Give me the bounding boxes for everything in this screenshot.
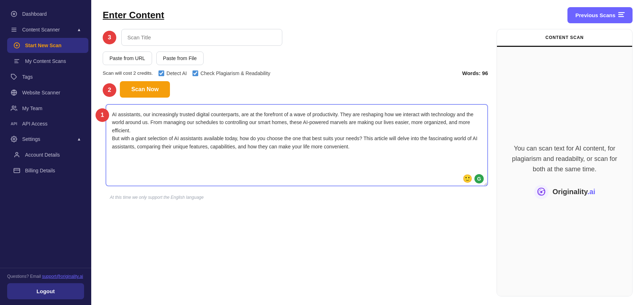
lang-note: At this time we only support the English… (110, 195, 488, 200)
settings-icon (10, 136, 18, 142)
api-access-label: API Access (22, 121, 48, 127)
sidebar-item-start-new-scan[interactable]: Start New Scan (7, 38, 88, 53)
sidebar-item-tags[interactable]: Tags (3, 69, 88, 84)
dashboard-icon (10, 11, 18, 17)
right-panel: CONTENT SCAN You can scan text for AI co… (497, 29, 633, 296)
step2-badge: 2 (103, 83, 116, 97)
emoji-icon[interactable]: 🙂 (463, 174, 472, 183)
sidebar-item-api-access[interactable]: API API Access (3, 117, 88, 131)
svg-point-23 (540, 191, 542, 193)
step2-wrapper: 2 Scan Now (103, 81, 170, 98)
account-details-label: Account Details (25, 152, 60, 158)
plagiarism-label[interactable]: Check Plagiarism & Readability (192, 70, 270, 76)
website-scanner-icon (10, 89, 18, 96)
svg-point-0 (11, 11, 17, 17)
api-access-icon: API (10, 122, 18, 126)
step3-badge: 3 (103, 31, 116, 44)
page-title: Enter Content (103, 10, 164, 21)
sidebar-item-my-content-scans[interactable]: My Content Scans (7, 54, 88, 69)
scan-now-button[interactable]: Scan Now (120, 81, 170, 98)
logout-button[interactable]: Logout (7, 283, 84, 299)
support-text: Questions? Email support@originality.ai (7, 274, 84, 279)
detect-ai-checkbox[interactable] (158, 70, 164, 76)
svg-rect-19 (618, 12, 625, 13)
plagiarism-checkbox[interactable] (192, 70, 198, 76)
content-scanner-label: Content Scanner (22, 27, 73, 33)
detect-ai-label[interactable]: Detect AI (158, 70, 187, 76)
textarea-icons: 🙂 G (463, 174, 484, 183)
billing-details-label: Billing Details (25, 168, 55, 173)
scan-title-input[interactable] (121, 29, 282, 46)
sidebar-item-billing-details[interactable]: Billing Details (7, 163, 88, 178)
settings-chevron: ▲ (77, 137, 81, 142)
main-header: Enter Content Previous Scans (91, 0, 644, 29)
sidebar-section-settings[interactable]: Settings ▲ (3, 132, 88, 147)
scan-options-right: Words: 96 (462, 70, 488, 76)
account-details-icon (13, 152, 21, 158)
sidebar-item-dashboard[interactable]: Dashboard (3, 6, 88, 21)
content-scanner-chevron: ▲ (77, 27, 81, 32)
billing-details-icon (13, 167, 21, 174)
main-body: 3 Paste from URL Paste from File Scan wi… (91, 29, 644, 305)
right-panel-description: You can scan text for AI content, for pl… (506, 143, 624, 174)
scan-options-row: Scan will cost 2 credits. Detect AI Chec… (103, 70, 488, 76)
svg-rect-17 (14, 168, 20, 173)
grammar-icon[interactable]: G (474, 174, 484, 183)
svg-point-15 (13, 138, 15, 140)
paste-url-button[interactable]: Paste from URL (103, 51, 152, 65)
my-content-scans-icon (13, 58, 21, 64)
sidebar: Dashboard Content Scanner ▲ Start New Sc… (0, 0, 91, 305)
start-scan-icon (13, 42, 21, 49)
tags-label: Tags (22, 74, 33, 80)
brand-logo-icon (534, 185, 549, 200)
left-panel: 3 Paste from URL Paste from File Scan wi… (103, 29, 488, 296)
brand-logo: Originality.ai (534, 185, 595, 200)
sidebar-item-website-scanner[interactable]: Website Scanner (3, 85, 88, 100)
previous-scans-button[interactable]: Previous Scans (567, 7, 633, 23)
right-tabs: CONTENT SCAN (497, 29, 632, 47)
right-panel-body: You can scan text for AI content, for pl… (497, 47, 632, 296)
actions-row: Paste from URL Paste from File (103, 51, 488, 65)
brand-name: Originality.ai (552, 188, 595, 196)
svg-rect-21 (618, 16, 624, 17)
step1-badge: 1 (96, 108, 109, 122)
textarea-wrapper: 1 AI assistants, our increasingly truste… (103, 104, 488, 188)
svg-point-16 (16, 152, 18, 154)
tab-content-scan[interactable]: CONTENT SCAN (497, 29, 632, 47)
svg-point-1 (13, 13, 15, 15)
my-team-label: My Team (22, 105, 43, 111)
my-content-scans-label: My Content Scans (25, 58, 66, 64)
credit-text: Scan will cost 2 credits. (103, 70, 153, 76)
sidebar-item-account-details[interactable]: Account Details (7, 147, 88, 162)
settings-label: Settings (22, 136, 73, 142)
content-textarea[interactable]: AI assistants, our increasingly trusted … (106, 104, 488, 186)
sidebar-item-my-team[interactable]: My Team (3, 101, 88, 116)
start-new-scan-label: Start New Scan (25, 43, 62, 48)
previous-scans-label: Previous Scans (575, 12, 615, 18)
support-email-link[interactable]: support@originality.ai (42, 274, 83, 279)
words-count: Words: 96 (462, 70, 488, 76)
my-team-icon (10, 105, 18, 112)
paste-file-button[interactable]: Paste from File (156, 51, 204, 65)
svg-rect-20 (618, 14, 623, 15)
tags-icon (10, 74, 18, 80)
scan-options-left: Scan will cost 2 credits. Detect AI Chec… (103, 70, 270, 76)
sidebar-item-dashboard-label: Dashboard (22, 11, 47, 17)
website-scanner-label: Website Scanner (22, 90, 60, 95)
sidebar-section-content-scanner[interactable]: Content Scanner ▲ (3, 22, 88, 37)
previous-scans-icon (618, 12, 625, 18)
content-scanner-icon (10, 26, 18, 33)
svg-point-14 (12, 106, 14, 108)
main-content: Enter Content Previous Scans 3 Paste fro… (91, 0, 644, 305)
